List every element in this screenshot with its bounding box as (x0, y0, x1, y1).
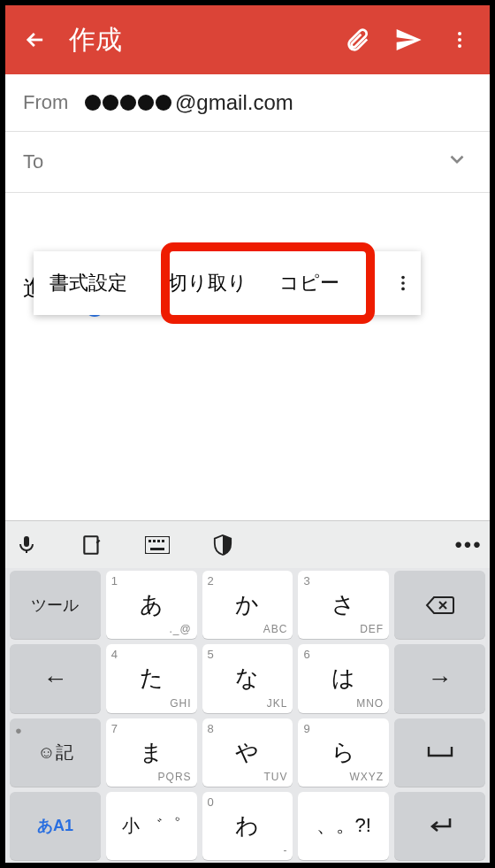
key-ta[interactable]: 4 た GHI (106, 644, 197, 712)
keyboard-more-button[interactable]: ••• (453, 529, 484, 561)
key-space[interactable] (394, 718, 485, 787)
from-label: From (23, 91, 85, 114)
svg-point-0 (458, 32, 461, 35)
svg-point-5 (401, 288, 405, 291)
svg-rect-12 (150, 548, 164, 550)
attach-button[interactable] (343, 26, 371, 54)
more-horiz-icon: ••• (454, 533, 482, 557)
send-icon (394, 25, 423, 55)
shield-icon (213, 534, 232, 557)
svg-rect-10 (157, 540, 160, 542)
svg-rect-9 (153, 540, 156, 542)
svg-rect-6 (84, 536, 97, 554)
svg-rect-11 (162, 540, 164, 542)
app-header: 作成 (5, 5, 490, 74)
format-button[interactable]: 書式設定 (34, 251, 143, 315)
keyboard-toolbar: ••• (5, 520, 490, 568)
copy-button[interactable]: コピー (263, 251, 355, 315)
more-vert-icon (393, 273, 413, 293)
space-icon (426, 744, 454, 760)
key-backspace[interactable] (394, 571, 485, 639)
keyboard-switch-button[interactable] (141, 529, 173, 561)
key-enter[interactable] (394, 792, 485, 860)
mic-icon (16, 534, 37, 556)
svg-rect-7 (145, 536, 170, 554)
key-punct[interactable]: 、。?! (298, 792, 389, 860)
soft-keyboard: ••• ツール 1 あ ._@ 2 か ABC 3 さ (5, 520, 490, 863)
chevron-down-icon (446, 148, 468, 171)
svg-point-4 (401, 281, 405, 285)
key-na[interactable]: 5 な JKL (202, 644, 293, 712)
keyboard-icon (145, 536, 170, 554)
cut-button[interactable]: 切り取り (152, 251, 263, 315)
key-tool[interactable]: ツール (10, 571, 101, 639)
header-actions (343, 26, 477, 54)
to-row[interactable]: To (5, 132, 490, 193)
key-dakuten[interactable]: 小 ゛゜ (106, 792, 197, 860)
key-ka[interactable]: 2 か ABC (202, 571, 293, 639)
key-ma[interactable]: 7 ま PQRS (106, 718, 197, 787)
key-wa[interactable]: 0 わ - (202, 792, 293, 860)
svg-point-3 (401, 276, 405, 280)
svg-point-1 (458, 38, 461, 42)
more-vert-icon (449, 29, 470, 50)
key-mode-toggle[interactable]: あA1 (10, 792, 101, 860)
masked-username-icon (85, 95, 171, 111)
key-symbols[interactable]: ●☺記 (10, 718, 101, 787)
from-row[interactable]: From @gmail.com (5, 74, 490, 132)
paperclip-icon (344, 27, 370, 53)
svg-point-2 (458, 44, 461, 48)
handwriting-icon (80, 534, 103, 557)
arrow-left-icon (23, 27, 48, 52)
shield-button[interactable] (207, 529, 239, 561)
text-context-menu: 書式設定 切り取り コピー (34, 251, 421, 315)
voice-input-button[interactable] (11, 529, 42, 561)
key-right[interactable]: → (394, 644, 485, 712)
overflow-button[interactable] (446, 26, 474, 54)
from-domain: @gmail.com (175, 90, 293, 115)
key-left[interactable]: ← (10, 644, 101, 712)
key-ya[interactable]: 8 や TUV (202, 718, 293, 787)
send-button[interactable] (394, 26, 423, 54)
key-ha[interactable]: 6 は MNO (298, 644, 389, 712)
key-a[interactable]: 1 あ ._@ (106, 571, 197, 639)
enter-icon (427, 815, 453, 836)
svg-rect-8 (148, 540, 151, 542)
expand-recipients-button[interactable] (446, 148, 472, 176)
key-sa[interactable]: 3 さ DEF (298, 571, 389, 639)
header-title: 作成 (53, 22, 343, 58)
to-label: To (23, 150, 85, 173)
key-ra[interactable]: 9 ら WXYZ (298, 718, 389, 787)
back-button[interactable] (18, 27, 53, 52)
handwriting-button[interactable] (76, 529, 108, 561)
context-overflow-button[interactable] (385, 251, 421, 315)
from-value: @gmail.com (85, 90, 472, 115)
backspace-icon (425, 595, 455, 616)
